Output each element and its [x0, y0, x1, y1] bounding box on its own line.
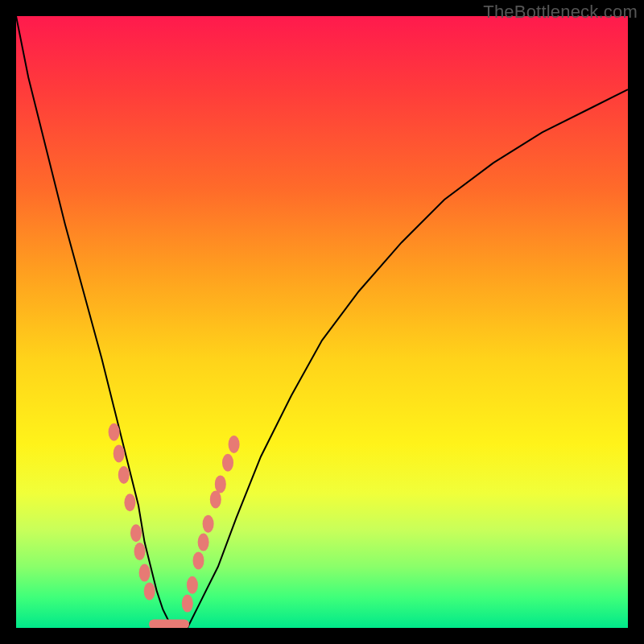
marker-dot [118, 466, 130, 484]
marker-dot [130, 524, 142, 542]
marker-dot [210, 490, 221, 508]
marker-dot [144, 582, 155, 600]
bottleneck-curve [16, 16, 628, 628]
watermark-text: TheBottleneck.com [483, 2, 638, 23]
marker-dot [134, 543, 146, 560]
marker-dot [222, 454, 233, 472]
marker-dot [124, 493, 135, 511]
marker-dot [187, 576, 198, 594]
marker-dot [229, 436, 240, 453]
chart-frame [16, 16, 628, 628]
left-branch-markers [109, 423, 155, 601]
marker-dot [193, 551, 204, 569]
marker-dot [114, 444, 125, 462]
marker-dot [215, 475, 226, 493]
marker-dot [198, 534, 209, 551]
marker-dot [139, 564, 151, 582]
marker-dot [182, 595, 193, 613]
marker-dot [203, 515, 214, 533]
right-branch-markers [182, 436, 240, 613]
marker-dot [109, 423, 120, 441]
chart-svg [16, 16, 628, 628]
